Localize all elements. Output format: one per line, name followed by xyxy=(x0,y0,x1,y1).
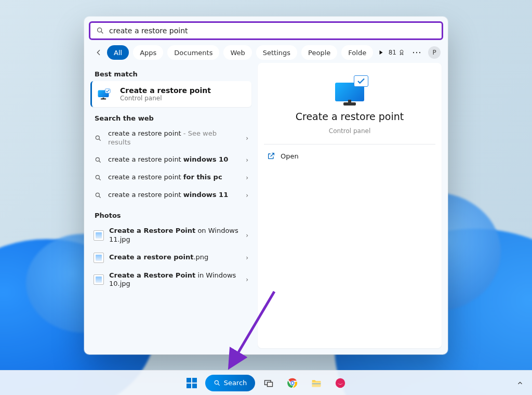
rewards-points[interactable]: 81 xyxy=(389,49,405,56)
search-icon xyxy=(94,173,103,182)
search-icon xyxy=(214,379,221,387)
svg-line-10 xyxy=(99,196,101,198)
results-column: Best match Create a restore point Contro… xyxy=(90,63,251,348)
web-result[interactable]: create a restore point windows 11› xyxy=(90,187,251,204)
search-input[interactable] xyxy=(109,27,436,35)
svg-point-5 xyxy=(96,157,99,161)
best-match-result[interactable]: Create a restore point Control panel xyxy=(90,81,251,107)
svg-point-2 xyxy=(400,50,403,53)
section-search-web: Search the web xyxy=(90,107,251,125)
search-icon xyxy=(94,134,103,143)
svg-rect-23 xyxy=(312,383,321,384)
svg-line-8 xyxy=(99,179,101,180)
start-button[interactable] xyxy=(181,373,202,393)
filter-tab-folders[interactable]: Folde xyxy=(341,45,373,60)
rewards-medal-icon xyxy=(398,49,405,56)
filters-scroll-right[interactable] xyxy=(377,49,384,56)
chevron-right-icon: › xyxy=(246,254,248,261)
back-button[interactable] xyxy=(95,47,103,58)
svg-line-1 xyxy=(101,32,103,33)
pinned-app-icon[interactable] xyxy=(330,373,351,393)
image-thumbnail-icon xyxy=(94,253,104,263)
svg-point-9 xyxy=(96,193,99,196)
web-result-text: create a restore point windows 11 xyxy=(108,191,241,200)
preview-pane: Create a restore point Control panel Ope… xyxy=(258,63,442,348)
svg-rect-18 xyxy=(268,382,273,386)
svg-line-4 xyxy=(99,139,101,141)
filter-tab-all[interactable]: All xyxy=(107,45,129,60)
rewards-points-value: 81 xyxy=(389,49,396,56)
chevron-right-icon: › xyxy=(246,174,248,181)
tray-overflow-chevron[interactable] xyxy=(516,379,524,389)
preview-title: Create a restore point xyxy=(296,111,404,122)
taskbar-search-label: Search xyxy=(224,379,247,387)
filter-tab-settings[interactable]: Settings xyxy=(256,45,297,60)
search-flyout: All Apps Documents Web Settings People F… xyxy=(84,17,448,354)
best-match-subtitle: Control panel xyxy=(120,95,211,102)
filter-tab-documents[interactable]: Documents xyxy=(167,45,219,60)
svg-point-24 xyxy=(336,378,345,387)
svg-point-21 xyxy=(291,381,294,384)
preview-subtitle: Control panel xyxy=(329,127,370,135)
user-avatar[interactable]: P xyxy=(428,46,441,59)
section-photos: Photos xyxy=(90,204,251,222)
svg-line-16 xyxy=(218,384,219,385)
svg-point-15 xyxy=(215,380,218,384)
photo-result-text: Create a Restore Point in Windows 10.jpg xyxy=(109,271,241,289)
filter-tab-web[interactable]: Web xyxy=(223,45,251,60)
open-external-icon xyxy=(267,152,275,160)
web-result[interactable]: create a restore point for this pc› xyxy=(90,169,251,187)
web-result[interactable]: create a restore point - See web results… xyxy=(90,125,251,151)
chevron-right-icon: › xyxy=(246,192,248,199)
svg-point-3 xyxy=(96,136,99,139)
file-explorer-icon[interactable] xyxy=(306,373,327,393)
web-result[interactable]: create a restore point windows 10› xyxy=(90,151,251,169)
chevron-right-icon: › xyxy=(246,276,248,283)
best-match-title: Create a restore point xyxy=(120,86,211,95)
photo-result-text: Create a restore point.png xyxy=(109,253,241,262)
action-open-label: Open xyxy=(281,152,299,160)
restore-point-large-icon xyxy=(331,75,368,106)
section-best-match: Best match xyxy=(90,63,251,81)
svg-point-0 xyxy=(98,28,102,32)
task-view-button[interactable] xyxy=(258,373,279,393)
chevron-right-icon: › xyxy=(246,156,248,164)
filter-tabs-row: All Apps Documents Web Settings People F… xyxy=(84,40,448,63)
photo-result-text: Create a Restore Point on Windows 11.jpg xyxy=(109,227,241,244)
search-bar[interactable] xyxy=(89,21,443,40)
taskbar: Search xyxy=(0,370,532,395)
search-icon xyxy=(96,26,105,35)
restore-point-icon xyxy=(97,89,111,100)
svg-rect-12 xyxy=(192,378,197,383)
image-thumbnail-icon xyxy=(94,274,104,285)
chevron-right-icon: › xyxy=(246,232,248,239)
taskbar-search-button[interactable]: Search xyxy=(205,375,256,391)
search-icon xyxy=(94,155,103,165)
filter-tab-people[interactable]: People xyxy=(301,45,337,60)
web-result-text: create a restore point for this pc xyxy=(108,173,241,182)
more-options-button[interactable]: ⋯ xyxy=(410,49,423,56)
photo-result[interactable]: Create a Restore Point in Windows 10.jpg… xyxy=(90,267,251,293)
svg-rect-22 xyxy=(312,381,321,387)
filter-tab-apps[interactable]: Apps xyxy=(133,45,163,60)
chevron-right-icon: › xyxy=(246,135,248,142)
photo-result[interactable]: Create a restore point.png› xyxy=(90,248,251,267)
svg-rect-11 xyxy=(187,378,191,383)
chrome-icon[interactable] xyxy=(282,373,303,393)
search-icon xyxy=(94,191,103,200)
web-result-text: create a restore point - See web results xyxy=(108,129,241,147)
svg-rect-13 xyxy=(187,384,191,388)
svg-rect-14 xyxy=(192,384,197,388)
svg-line-6 xyxy=(99,161,101,163)
svg-point-7 xyxy=(96,175,99,179)
action-open[interactable]: Open xyxy=(264,144,435,167)
photo-result[interactable]: Create a Restore Point on Windows 11.jpg… xyxy=(90,222,251,248)
image-thumbnail-icon xyxy=(94,230,104,241)
web-result-text: create a restore point windows 10 xyxy=(108,155,241,164)
